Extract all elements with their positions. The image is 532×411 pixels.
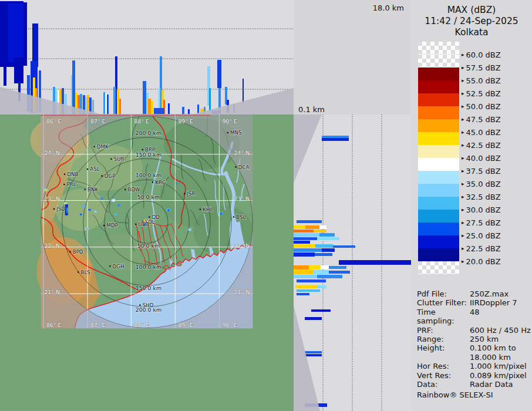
scale-tick-arrow-icon: ▸ (462, 181, 464, 187)
echo-bar (105, 93, 107, 114)
scale-label: ▸50.0 dBZ (462, 102, 532, 111)
echo-bar (297, 293, 309, 295)
product-datetime: 11:42 / 24-Sep-2025 (411, 16, 532, 27)
metadata-label (417, 353, 470, 362)
latitude-label: 22° N (234, 242, 250, 249)
scale-label-text: 42.5 dBZ (466, 141, 501, 150)
scale-tick-arrow-icon: ▸ (462, 258, 464, 264)
echo-bar (297, 279, 326, 282)
scale-label: ▸27.5 dBZ (462, 218, 532, 227)
longitude-label: 88° E (134, 322, 149, 328)
echo-bar (297, 220, 322, 223)
city-dot (53, 208, 55, 210)
echo-bar (329, 266, 346, 269)
side-panel-blind-wedge-top (294, 114, 322, 183)
metadata-row: Data:Radar Data (417, 380, 532, 389)
metadata-row: Height:0.100 km to (417, 343, 532, 352)
side-cross-section-plot (294, 114, 411, 411)
scale-label: ▸60.0 dBZ (462, 50, 532, 59)
metadata-value: Radar Data (470, 380, 532, 389)
city-label: DMK (97, 144, 109, 150)
scale-tick-arrow-icon: ▸ (462, 155, 464, 161)
scale-tick-arrow-icon: ▸ (462, 52, 464, 58)
scale-label: ▸55.0 dBZ (462, 76, 532, 85)
range-ring-label: 50.0 km (137, 194, 160, 200)
echo-bar (103, 92, 105, 114)
scale-band (418, 132, 459, 145)
scale-label: ▸35.0 dBZ (462, 179, 532, 188)
metadata-value: 250 km (470, 335, 532, 343)
echo-bar (294, 270, 314, 274)
scale-band (418, 210, 459, 223)
city-dot (101, 176, 102, 177)
echo-bar (221, 213, 222, 214)
scale-label: ▸30.0 dBZ (462, 205, 532, 214)
scale-tick-arrow-icon: ▸ (462, 116, 464, 122)
range-ring-label: 200.0 km (136, 130, 161, 136)
echo-bar (294, 275, 317, 278)
echo-bar (188, 109, 190, 114)
echo-bar (14, 58, 23, 83)
city-dot (233, 217, 234, 218)
echo-bar (72, 60, 75, 114)
city-dot (200, 209, 201, 210)
scale-label-text: 55.0 dBZ (466, 76, 501, 85)
echo-bar (80, 214, 82, 215)
city-dot (142, 149, 143, 150)
scale-band (418, 171, 459, 184)
scale-band (418, 145, 459, 158)
city-label: ASL (90, 166, 99, 172)
echo-bar (95, 211, 97, 213)
echo-bar (86, 228, 88, 230)
city-label: DGH (113, 264, 124, 269)
echo-bar (319, 233, 335, 237)
scale-label-text: 37.5 dBZ (466, 167, 501, 176)
echo-bar (294, 230, 314, 233)
echo-bar (294, 248, 322, 252)
range-ring-label: 100.0 km (136, 172, 161, 178)
echo-bar (4, 63, 6, 86)
echo-bar (151, 101, 153, 114)
scale-label: ▸37.5 dBZ (462, 166, 532, 176)
longitude-label: 87° E (90, 322, 106, 328)
metadata-label: Vert Res: (417, 371, 470, 380)
city-dot (64, 174, 65, 175)
city-label: DCA (238, 164, 250, 170)
longitude-label: 86° E (46, 118, 62, 124)
city-dot (227, 132, 228, 133)
echo-bar (117, 89, 119, 114)
metadata-label: Pdf File: (417, 289, 470, 298)
radar-map: 86° E86° E87° E87° E88° E88° E89° E89° E… (0, 114, 294, 411)
scale-label: ▸40.0 dBZ (462, 153, 532, 163)
city-dot (63, 184, 65, 185)
metadata-row: Hor Res:1.000 km/pixel (417, 362, 532, 370)
latitude-label: 23° N (234, 196, 250, 202)
latitude-label: 21° N (44, 289, 60, 295)
scale-label: ▸45.0 dBZ (462, 127, 532, 137)
metadata-value: 600 Hz / 450 Hz (470, 326, 532, 335)
echo-bar (100, 197, 103, 200)
echo-bar (305, 225, 319, 229)
echo-bar (322, 136, 349, 138)
scale-label-text: 25.0 dBZ (466, 231, 501, 240)
scale-band (418, 119, 459, 132)
echo-bar (113, 87, 116, 114)
echo-bar (295, 285, 316, 288)
latitude-label: 22° N (44, 242, 60, 249)
scale-label: ▸57.5 dBZ (462, 63, 532, 72)
axis-label-area: 18.0 km 0.1 km (294, 0, 411, 114)
scale-tick-arrow-icon: ▸ (462, 142, 464, 148)
city-label: BDW (128, 187, 141, 193)
echo-bar (32, 23, 38, 67)
city-dot (87, 169, 88, 170)
scale-band (418, 158, 459, 171)
city-label: PRL (67, 181, 76, 187)
metadata-row: PRF:600 Hz / 450 Hz (417, 326, 532, 335)
scale-tick-arrow-icon: ▸ (462, 194, 464, 200)
longitude-label: 90° E (222, 322, 237, 328)
echo-bar (322, 248, 335, 252)
scale-label-text: 35.0 dBZ (466, 180, 501, 188)
echo-bar (23, 2, 27, 66)
scale-band (418, 223, 459, 235)
echo-bar (243, 79, 244, 103)
